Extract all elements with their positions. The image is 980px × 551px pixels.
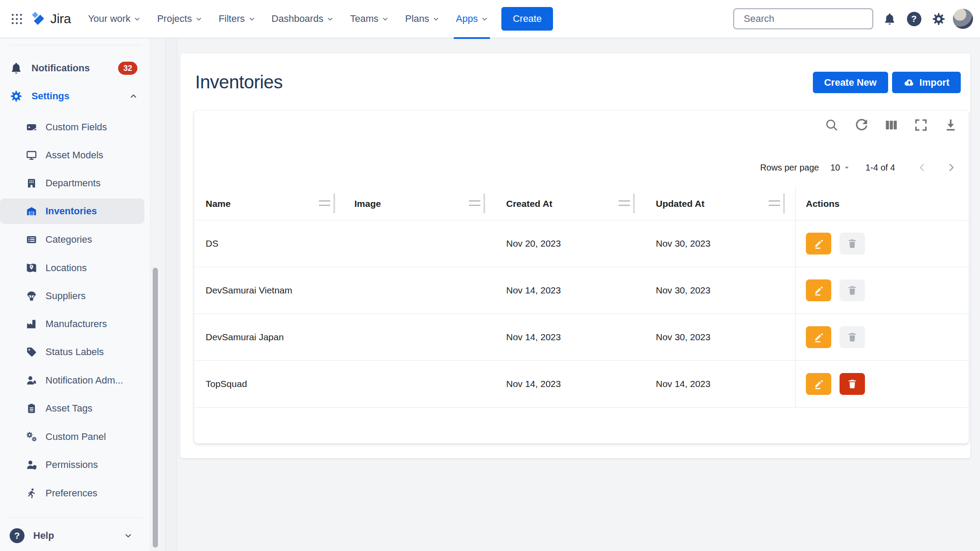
nav-item-teams[interactable]: Teams [342,0,397,38]
user-avatar[interactable] [953,9,973,29]
table-row[interactable]: DevSamurai Japan Nov 14, 2023 Nov 30, 20… [194,314,795,360]
table-fullscreen-button[interactable] [913,117,929,133]
column-resize-handle[interactable] [469,193,485,213]
help-icon: ? [907,12,921,26]
runner-icon [26,488,37,499]
table-refresh-button[interactable] [853,117,870,133]
next-page-button[interactable] [942,159,960,176]
edit-button[interactable] [806,373,831,395]
edit-button[interactable] [806,326,831,348]
notifications-count-badge: 32 [118,62,137,75]
app-switcher-button[interactable] [7,9,26,28]
sidebar-item-suppliers[interactable]: Suppliers [0,283,144,309]
column-header-updated-at[interactable]: Updated At [656,187,704,220]
table-columns-button[interactable] [883,117,900,133]
column-resize-handle[interactable] [319,193,335,213]
sidebar-scrollbar[interactable] [153,268,158,548]
trash-icon [847,285,858,296]
row-divider [194,407,969,408]
table-download-button[interactable] [942,117,959,133]
table-row[interactable]: TopSquad Nov 14, 2023 Nov 14, 2023 [194,360,795,407]
top-navigation-bar: Jira Your work Projects Filters Dashboar… [0,0,980,38]
edit-button[interactable] [806,279,831,301]
import-button[interactable]: Import [892,72,961,93]
sidebar-item-help[interactable]: ? Help [0,523,144,548]
chevron-right-icon [945,162,957,173]
sidebar-item-asset-tags[interactable]: Asset Tags [0,396,144,421]
previous-page-button[interactable] [914,159,931,176]
sidebar-item-notification-admin[interactable]: Notification Adm... [0,368,144,393]
tag-icon [26,346,37,358]
jira-logo[interactable]: Jira [30,10,71,28]
row-actions [796,314,969,360]
sidebar-item-departments[interactable]: Departments [0,171,144,196]
cell-created-at: Nov 14, 2023 [506,314,561,360]
row-actions [796,267,969,314]
sidebar-item-settings[interactable]: Settings [0,84,144,108]
sidebar-item-categories[interactable]: Categories [0,227,144,252]
help-button[interactable]: ? [904,9,924,29]
table-toolbar [823,117,959,133]
nav-item-filters[interactable]: Filters [210,0,263,38]
sidebar-resize-gutter[interactable] [165,38,177,551]
create-button[interactable]: Create [501,7,553,31]
sidebar-item-custom-fields[interactable]: Custom Fields [0,115,144,140]
row-actions [796,360,969,407]
sidebar-item-status-labels[interactable]: Status Labels [0,339,144,365]
settings-gear-button[interactable] [928,9,948,29]
sidebar-divider-line [150,38,150,551]
column-header-created-at[interactable]: Created At [506,187,552,220]
column-resize-handle[interactable] [619,193,635,213]
list-icon [26,234,37,245]
search-icon [824,118,839,133]
nav-item-your-work[interactable]: Your work [80,0,149,38]
sidebar-item-asset-models[interactable]: Asset Models [0,143,144,168]
delete-button-disabled[interactable] [840,279,865,301]
column-header-image[interactable]: Image [354,187,381,220]
chevron-down-icon [134,16,140,22]
actions-column: Actions [795,187,969,407]
sidebar-bottom-divider [9,517,141,518]
search-box[interactable] [733,8,873,29]
edit-button[interactable] [806,233,831,255]
chevron-down-icon [248,16,255,22]
rows-per-page-select[interactable]: 10 [830,163,850,173]
nav-item-dashboards[interactable]: Dashboards [263,0,342,38]
nav-item-projects[interactable]: Projects [149,0,210,38]
chevron-down-icon [124,532,132,540]
search-input[interactable] [744,13,870,24]
delete-button-disabled[interactable] [840,233,865,255]
column-resize-handle[interactable] [769,193,785,213]
sidebar-item-preferences[interactable]: Preferences [0,481,144,506]
sidebar-item-notifications[interactable]: Notifications 32 [0,56,144,80]
cell-updated-at: Nov 30, 2023 [656,314,710,360]
table-row[interactable]: DS Nov 20, 2023 Nov 30, 2023 [194,220,795,267]
map-pin-icon [26,262,37,274]
table-row[interactable]: DevSamurai Vietnam Nov 14, 2023 Nov 30, … [194,267,795,314]
nav-item-plans[interactable]: Plans [397,0,448,38]
notifications-bell-button[interactable] [879,9,900,29]
sidebar-item-custom-panel[interactable]: Custom Panel [0,424,144,450]
delete-button[interactable] [840,373,865,395]
cloud-upload-icon [903,77,915,88]
pencil-icon [813,285,824,296]
sidebar-item-locations[interactable]: Locations [0,255,144,281]
cell-created-at: Nov 14, 2023 [506,360,561,407]
sidebar-top-divider [9,45,141,45]
header-actions: Create New Import [813,72,961,93]
delete-button-disabled[interactable] [840,326,865,348]
sidebar-item-inventories[interactable]: Inventories [0,199,144,224]
gear-icon [931,12,946,26]
refresh-icon [854,118,869,133]
column-header-name[interactable]: Name [206,187,231,220]
user-bell-icon [26,375,37,386]
cell-updated-at: Nov 30, 2023 [656,267,710,314]
table-search-button[interactable] [823,117,840,133]
sidebar-item-permissions[interactable]: Permissions [0,452,144,478]
inventories-card: Inventories Create New Import [180,53,970,458]
create-new-button[interactable]: Create New [813,72,888,93]
custom-field-icon [26,122,37,133]
nav-item-apps[interactable]: Apps [448,0,496,38]
chevron-down-icon [327,16,333,22]
sidebar-item-manufacturers[interactable]: Manufacturers [0,311,144,337]
